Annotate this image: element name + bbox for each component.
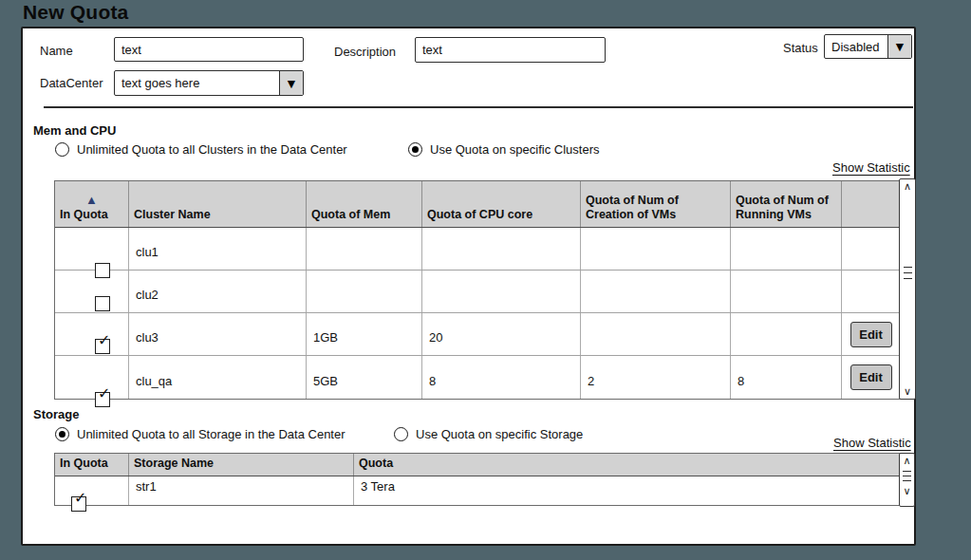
storage-table-scrollbar[interactable]: ∧ ∨: [899, 453, 915, 507]
quota-creation-vms-cell: 2: [581, 356, 731, 399]
cluster-name-cell: clu3: [129, 313, 307, 355]
show-statistic-link-clusters[interactable]: Show Statistic: [832, 160, 910, 175]
actions-cell: Edit: [842, 271, 900, 312]
in-quota-cell: ✓: [55, 476, 129, 505]
actions-cell: Edit: [842, 356, 900, 399]
clusters-table-header: ▲ In Quota Cluster Name Quota of Mem Quo…: [55, 181, 900, 228]
edit-button[interactable]: Edit: [850, 364, 892, 390]
new-quota-dialog: Name text Description text Status Disabl…: [21, 27, 916, 546]
wireframe-canvas: { "title": "New Quota", "icons": { "sort…: [0, 0, 971, 560]
column-header-cluster-name[interactable]: Cluster Name: [129, 181, 307, 227]
radio-unlimited-clusters[interactable]: Unlimited Quota to all Clusters in the D…: [55, 142, 347, 157]
quota-cell: 3 Tera: [354, 476, 900, 505]
radio-specific-clusters[interactable]: Use Quota on specific Clusters: [408, 142, 599, 157]
quota-creation-vms-cell: [581, 271, 731, 312]
name-label: Name: [40, 44, 73, 58]
quota-running-vms-cell: 8: [731, 356, 842, 399]
cluster-name-cell: clu2: [129, 271, 307, 312]
clusters-table: ▲ In Quota Cluster Name Quota of Mem Quo…: [54, 180, 901, 400]
radio-label: Use Quota on specific Clusters: [430, 142, 599, 157]
storage-table-header: In Quota Storage Name Quota: [55, 454, 900, 476]
radio-button-icon[interactable]: [55, 142, 69, 157]
show-statistic-link-storage[interactable]: Show Statistic: [833, 436, 911, 450]
in-quota-cell: ✓: [55, 271, 129, 312]
in-quota-checkbox[interactable]: ✓: [95, 339, 110, 354]
storage-name-cell: str1: [129, 476, 354, 505]
scrollbar-grip[interactable]: [904, 267, 912, 279]
quota-mem-cell: [307, 228, 422, 270]
column-header-quota-running-vms[interactable]: Quota of Num of Running VMs: [731, 181, 842, 227]
actions-cell: Edit: [842, 228, 900, 270]
status-dropdown-value: Disabled: [825, 35, 887, 58]
description-input-value: text: [422, 43, 442, 57]
radio-label: Unlimited Quota to all Clusters in the D…: [77, 142, 347, 157]
scroll-up-icon[interactable]: ∧: [903, 454, 910, 468]
scrollbar-grip[interactable]: [903, 471, 911, 481]
column-header-quota-creation-vms[interactable]: Quota of Num of Creation of VMs: [581, 181, 731, 227]
quota-running-vms-cell: [731, 313, 842, 355]
table-row-clu1[interactable]: ✓ clu1 Edit: [55, 228, 900, 271]
cluster-name-cell: clu1: [129, 228, 307, 270]
datacenter-label: DataCenter: [40, 76, 103, 90]
column-header-in-quota[interactable]: In Quota: [55, 454, 129, 476]
in-quota-cell: ✓: [55, 356, 129, 399]
status-label: Status: [783, 41, 818, 55]
sort-ascending-icon[interactable]: ▲: [60, 194, 123, 206]
clusters-table-scrollbar[interactable]: ∧ ∨: [899, 178, 916, 400]
in-quota-checkbox[interactable]: ✓: [95, 296, 110, 311]
quota-running-vms-cell: [731, 271, 842, 312]
checkmark-icon: ✓: [98, 386, 110, 401]
quota-cpu-cell: 8: [422, 356, 581, 399]
radio-label: Unlimited Quota to all Storage in the Da…: [77, 427, 345, 441]
checkmark-icon: ✓: [98, 333, 110, 348]
quota-mem-cell: 1GB: [307, 313, 422, 355]
page-title: New Quota: [23, 1, 128, 24]
in-quota-checkbox[interactable]: ✓: [95, 263, 110, 278]
quota-creation-vms-cell: [581, 313, 731, 355]
in-quota-checkbox[interactable]: ✓: [95, 392, 110, 407]
radio-button-icon[interactable]: [394, 427, 408, 441]
table-row-clu_qa[interactable]: ✓ clu_qa 5GB 8 2 8 Edit: [55, 356, 900, 399]
radio-unlimited-storage[interactable]: Unlimited Quota to all Storage in the Da…: [55, 427, 345, 441]
name-input-value: text: [121, 43, 141, 57]
in-quota-cell: ✓: [55, 228, 129, 270]
section-divider: [44, 106, 913, 108]
scroll-down-icon[interactable]: ∨: [903, 484, 910, 498]
in-quota-cell: ✓: [55, 313, 129, 355]
status-dropdown[interactable]: Disabled ▼: [824, 34, 912, 59]
column-header-quota-cpu[interactable]: Quota of CPU core: [422, 181, 581, 227]
datacenter-dropdown[interactable]: text goes here ▼: [114, 70, 304, 96]
quota-mem-cell: [307, 271, 422, 312]
radio-label: Use Quota on specific Storage: [416, 427, 583, 441]
quota-cpu-cell: 20: [422, 313, 581, 355]
quota-creation-vms-cell: [581, 228, 731, 270]
column-header-actions: [842, 181, 900, 227]
dropdown-arrow-icon[interactable]: ▼: [887, 35, 911, 58]
datacenter-dropdown-value: text goes here: [115, 71, 279, 95]
table-row-clu3[interactable]: ✓ clu3 1GB 20 Edit: [55, 313, 900, 356]
storage-table: In Quota Storage Name Quota ✓ str1 3 Ter…: [54, 453, 901, 506]
scroll-down-icon[interactable]: ∨: [904, 384, 911, 399]
column-header-quota[interactable]: Quota: [354, 454, 900, 476]
column-header-in-quota[interactable]: ▲ In Quota: [55, 181, 129, 227]
description-input[interactable]: text: [415, 37, 606, 63]
storage-heading: Storage: [33, 407, 79, 421]
radio-button-icon[interactable]: [55, 427, 69, 441]
actions-cell: Edit: [842, 313, 900, 355]
edit-button[interactable]: Edit: [850, 322, 892, 347]
dropdown-arrow-icon[interactable]: ▼: [279, 71, 303, 95]
table-row-clu2[interactable]: ✓ clu2 Edit: [55, 271, 900, 313]
name-input[interactable]: text: [114, 37, 304, 62]
radio-button-icon[interactable]: [408, 142, 422, 157]
cluster-name-cell: clu_qa: [129, 356, 307, 399]
quota-running-vms-cell: [731, 228, 842, 270]
column-header-quota-mem[interactable]: Quota of Mem: [307, 181, 422, 227]
column-header-storage-name[interactable]: Storage Name: [129, 454, 354, 476]
radio-specific-storage[interactable]: Use Quota on specific Storage: [394, 427, 583, 441]
checkmark-icon: ✓: [74, 491, 86, 506]
scroll-up-icon[interactable]: ∧: [904, 179, 911, 194]
quota-mem-cell: 5GB: [307, 356, 422, 399]
description-label: Description: [334, 45, 396, 59]
table-row-str1[interactable]: ✓ str1 3 Tera: [55, 476, 900, 505]
in-quota-checkbox[interactable]: ✓: [71, 496, 86, 512]
